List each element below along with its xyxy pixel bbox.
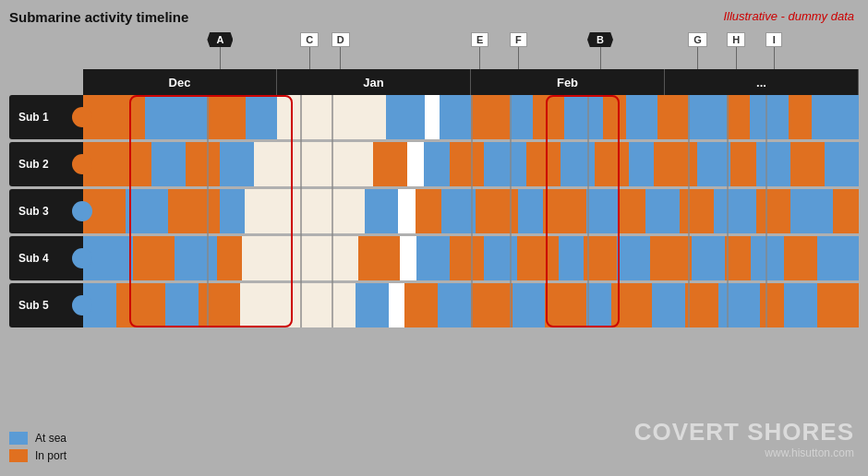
seg-sea [617, 236, 650, 280]
event-line-i [774, 47, 775, 69]
seg-sea [365, 189, 399, 233]
seg-sea [220, 189, 246, 233]
seg-port [416, 189, 441, 233]
seg-port [404, 283, 438, 327]
event-marker-g: G [688, 32, 707, 69]
seg-white [407, 142, 424, 186]
seg-port [730, 142, 756, 186]
seg-sea [586, 189, 621, 233]
seg-sea [356, 283, 389, 327]
sub-label-sub5: Sub 5 [9, 283, 83, 327]
sub-row-sub4: Sub 4 [9, 236, 859, 280]
month-bar: DecJanFeb... [83, 69, 859, 95]
seg-sea [790, 189, 833, 233]
watermark-line2: www.hisutton.com [634, 446, 854, 459]
v-line-e [471, 95, 473, 327]
sub-label-sub1: Sub 1 [9, 95, 83, 139]
seg-port [817, 283, 859, 327]
seg-sea [825, 142, 859, 186]
event-badge-c: C [300, 32, 319, 47]
seg-port [725, 236, 750, 280]
seg-port [685, 283, 718, 327]
seg-port [526, 142, 561, 186]
event-badge-g: G [688, 32, 707, 47]
seg-port [833, 189, 859, 233]
seg-port [756, 189, 790, 233]
seg-sea [688, 95, 727, 139]
dummy-data-label: Illustrative - dummy data [723, 9, 854, 23]
seg-sea [440, 95, 471, 139]
seg-port [471, 283, 512, 327]
event-marker-d: D [332, 32, 350, 69]
seg-port [790, 142, 825, 186]
seg-port [199, 283, 240, 327]
month-label-dec: Dec [83, 69, 277, 95]
seg-sea [424, 142, 450, 186]
event-marker-f: F [510, 32, 527, 69]
seg-port [611, 283, 653, 327]
seg-sea [246, 95, 277, 139]
legend-label: At sea [35, 432, 66, 445]
month-label-feb: Feb [471, 69, 665, 95]
legend-color-at-sea [9, 432, 28, 445]
seg-white [425, 95, 440, 139]
seg-sea [386, 95, 425, 139]
month-label-jan: Jan [277, 69, 471, 95]
seg-port [83, 95, 145, 139]
month-label-...: ... [665, 69, 859, 95]
legend-label: In port [35, 449, 66, 462]
seg-port [620, 189, 645, 233]
seg-sea [692, 236, 725, 280]
seg-port [650, 236, 692, 280]
sub-row-sub1: Sub 1 [9, 95, 859, 139]
seg-white [389, 283, 405, 327]
seg-sea [645, 189, 680, 233]
seg-port [186, 142, 220, 186]
seg-port [760, 283, 785, 327]
sub-circle-sub3 [72, 201, 92, 221]
seg-port [83, 142, 151, 186]
seg-light [254, 142, 373, 186]
seg-sea [484, 236, 517, 280]
event-marker-a: A [207, 32, 233, 69]
seg-port [543, 189, 585, 233]
seg-sea [750, 95, 789, 139]
seg-sea [510, 95, 533, 139]
legend: At seaIn port [9, 432, 66, 462]
seg-sea [441, 189, 476, 233]
seg-port [545, 283, 586, 327]
seg-port [373, 142, 407, 186]
sub-rows: Sub 1Sub 2Sub 3Sub 4Sub 5 [9, 95, 859, 393]
event-line-f [518, 47, 519, 69]
legend-item-in-port: In port [9, 449, 66, 462]
v-line-d [332, 95, 333, 327]
event-marker-e: E [471, 32, 488, 69]
seg-port [450, 142, 484, 186]
seg-sea [697, 142, 731, 186]
seg-port [595, 142, 629, 186]
seg-white [398, 189, 415, 233]
seg-sea [626, 95, 657, 139]
seg-sea [812, 95, 858, 139]
seg-sea [652, 283, 685, 327]
seg-sea [756, 142, 790, 186]
seg-port [789, 95, 812, 139]
seg-sea [165, 283, 199, 327]
sub-circle-sub1 [72, 107, 92, 127]
seg-sea [559, 236, 584, 280]
v-line-h [727, 95, 729, 327]
event-marker-i: I [766, 32, 782, 69]
seg-sea [416, 236, 450, 280]
sub-row-sub2: Sub 2 [9, 142, 859, 186]
seg-sea [438, 283, 471, 327]
seg-port [133, 236, 175, 280]
event-badge-e: E [471, 32, 488, 47]
seg-port [654, 142, 696, 186]
seg-sea [817, 236, 859, 280]
seg-sea [718, 283, 760, 327]
v-line-f [510, 95, 512, 327]
seg-port [450, 236, 483, 280]
sub-row-sub5: Sub 5 [9, 283, 859, 327]
seg-sea [784, 283, 817, 327]
seg-sea [564, 95, 603, 139]
